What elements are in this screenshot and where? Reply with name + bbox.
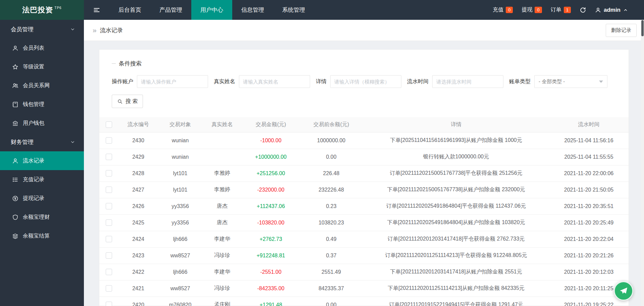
chevron-down-icon [70, 27, 75, 32]
sidebar-item-label: 提现记录 [23, 195, 44, 202]
cell-amount: +112437.06 [242, 198, 299, 214]
sidebar-item-level-settings[interactable]: 等级设置 [0, 57, 84, 76]
shield-icon [12, 214, 18, 220]
cell-flow-time: 2021-11-20 20:12:03 [549, 264, 629, 280]
sidebar-toggle-button[interactable] [84, 0, 109, 20]
row-checkbox[interactable] [106, 236, 112, 242]
sidebar-item-user-wallet[interactable]: 用户钱包 [0, 114, 84, 133]
sidebar-item-yuebao-settle[interactable]: 余额宝结算 [0, 226, 84, 245]
cell-balance-before: 0.37 [299, 247, 363, 264]
sidebar-item-yuebao-invest[interactable]: 余额宝理财 [0, 208, 84, 226]
vertical-scrollbar[interactable] [641, 20, 644, 306]
table-row: 2425 yy3356 唐杰 -103820.00 103820.23 下单[2… [99, 214, 629, 231]
filter-label: 流水时间 [407, 78, 429, 85]
cell-detail: 订单[202111201915221949415]平仓获得金额 1291.47元 [363, 297, 549, 306]
sidebar-item-flow-records[interactable]: 流水记录 [0, 151, 84, 170]
cell-balance-before: 232226.48 [299, 182, 363, 198]
scrollbar-thumb[interactable] [641, 20, 644, 36]
sidebar-item-label: 用户钱包 [23, 120, 44, 127]
row-checkbox[interactable] [106, 154, 112, 160]
tab-label: 用户中心 [200, 6, 223, 14]
tab-dashboard[interactable]: 后台首页 [109, 0, 150, 20]
sidebar-item-label: 余额宝理财 [23, 214, 50, 221]
user-icon [12, 45, 18, 51]
row-checkbox[interactable] [106, 187, 112, 193]
orders-shortcut[interactable]: 订单 1 [551, 6, 571, 13]
customer-service-button[interactable] [614, 281, 633, 301]
title-dash [112, 63, 116, 64]
row-checkbox[interactable] [106, 252, 112, 259]
tab-user-center[interactable]: 用户中心 [191, 0, 232, 20]
star-icon [12, 64, 18, 70]
breadcrumb-caret-icon: » [93, 26, 97, 34]
cell-flow-time: 2021-11-20 20:22:04 [549, 231, 629, 247]
table-row: 2424 ljh666 李建华 +2762.73 0.49 订单[2021112… [99, 231, 629, 247]
sidebar-item-recharge-records[interactable]: 充值记录 [0, 170, 84, 189]
header-realname: 真实姓名 [202, 117, 242, 132]
row-checkbox[interactable] [106, 269, 112, 275]
recharge-shortcut[interactable]: 充值 0 [493, 6, 513, 13]
tab-products[interactable]: 产品管理 [150, 0, 191, 20]
table-row: 2430 wunian -1000.00 1000000.00 下单[20251… [99, 132, 629, 149]
sidebar-item-label: 会员关系网 [23, 82, 50, 89]
cell-flow-id: 2430 [118, 132, 158, 149]
table-row: 2428 lyt101 李雅婷 +251256.00 226.48 订单[202… [99, 165, 629, 182]
delete-records-button[interactable]: 删除记录 [606, 24, 637, 37]
cell-detail: 订单[202111202011251114213]平仓获得金额 912248.8… [363, 247, 549, 264]
sidebar-section-members[interactable]: 会员管理 [0, 20, 84, 39]
cell-balance-before: 0.23 [299, 198, 363, 214]
sidebar-item-member-list[interactable]: 会员列表 [0, 39, 84, 57]
row-checkbox[interactable] [106, 302, 112, 306]
sidebar-section-finance[interactable]: 财务管理 [0, 133, 84, 151]
row-checkbox[interactable] [106, 203, 112, 209]
filter-bill-type: 账单类型 - 全部类型 - [509, 75, 607, 88]
flow-time-input[interactable] [432, 75, 503, 88]
row-checkbox[interactable] [106, 137, 112, 144]
withdraw-shortcut[interactable]: 提现 0 [522, 6, 542, 13]
search-button[interactable]: 搜 索 [112, 95, 143, 108]
select-all-checkbox[interactable] [106, 121, 112, 128]
detail-input[interactable] [330, 75, 401, 88]
tab-system[interactable]: 系统管理 [273, 0, 314, 20]
filter-realname: 真实姓名 [214, 75, 310, 88]
cell-account: yy3356 [158, 214, 202, 231]
header-detail: 详情 [363, 117, 549, 132]
cell-detail: 下单[202111202012031417418]从账户扣除金额 2551元 [363, 264, 549, 280]
cell-account: m760820 [158, 297, 202, 306]
bank-icon [12, 120, 18, 126]
cell-flow-time: 2025-11-04 11:55:55 [549, 149, 629, 165]
bill-type-select[interactable]: - 全部类型 - [534, 75, 607, 88]
header-account: 交易对象 [158, 117, 202, 132]
tab-information[interactable]: 信息管理 [232, 0, 273, 20]
account-input[interactable] [137, 75, 208, 88]
sidebar-item-label: 等级设置 [23, 63, 44, 70]
tab-label: 后台首页 [118, 6, 141, 14]
sidebar-item-label: 钱包管理 [23, 101, 44, 108]
filter-account: 操作账户 [112, 75, 208, 88]
sidebar-item-member-network[interactable]: 会员关系网 [0, 76, 84, 95]
brand-logo: 法巴投资TP6 [0, 0, 84, 20]
brand-tag: TP6 [54, 6, 61, 10]
search-button-label: 搜 索 [126, 98, 138, 105]
row-checkbox[interactable] [106, 285, 112, 292]
cell-realname: 李建华 [202, 264, 242, 280]
sidebar-item-label: 会员列表 [23, 45, 44, 52]
realname-input[interactable] [239, 75, 310, 88]
refresh-button[interactable] [580, 7, 586, 13]
cell-balance-before: 2551.49 [299, 264, 363, 280]
sidebar-item-wallet-manage[interactable]: 钱包管理 [0, 95, 84, 114]
row-checkbox[interactable] [106, 170, 112, 176]
cell-detail: 银行转账入款1000000.00元 [363, 149, 549, 165]
cell-balance-before: 0.00 [299, 297, 363, 306]
table-row: 2429 wunian +1000000.00 0.00 银行转账入款10000… [99, 149, 629, 165]
row-checkbox[interactable] [106, 219, 112, 226]
sidebar-item-withdraw-records[interactable]: 提现记录 [0, 189, 84, 208]
user-menu[interactable]: admin [595, 7, 628, 13]
filter-label: 详情 [316, 78, 327, 85]
table-row: 2422 ljh666 李建华 -2551.00 2551.49 下单[2021… [99, 264, 629, 280]
section-title: 条件搜索 [112, 60, 616, 67]
cell-account: ww8527 [158, 280, 202, 297]
cell-flow-id: 2425 [118, 214, 158, 231]
sidebar-item-label: 流水记录 [23, 157, 44, 164]
cell-detail: 订单[202111202150051767738]平仓获得金额 251256元 [363, 165, 549, 182]
